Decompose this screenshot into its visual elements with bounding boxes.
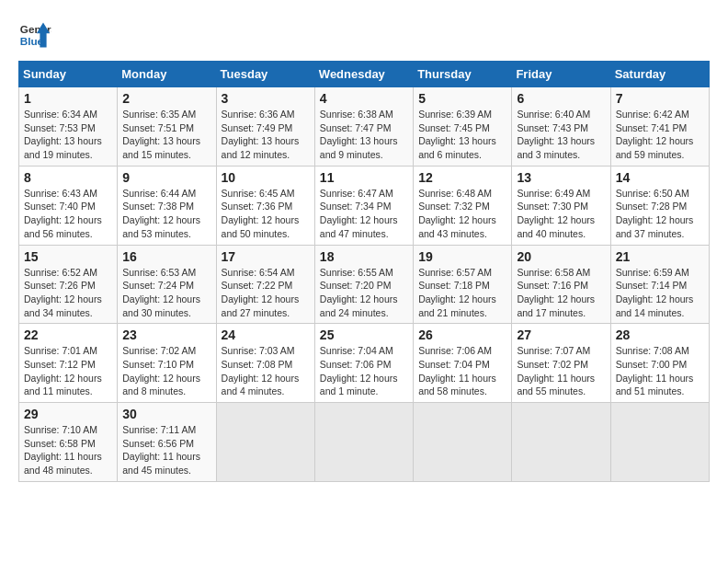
day-info: Sunrise: 7:02 AMSunset: 7:10 PMDaylight:… — [122, 345, 200, 396]
calendar-day: 1Sunrise: 6:34 AMSunset: 7:53 PMDaylight… — [19, 87, 118, 167]
day-number: 24 — [222, 327, 310, 342]
logo-icon: General Blue — [18, 18, 51, 52]
calendar-day: 10Sunrise: 6:45 AMSunset: 7:36 PMDayligh… — [216, 166, 314, 245]
day-info: Sunrise: 6:36 AMSunset: 7:49 PMDaylight:… — [222, 109, 300, 160]
day-info: Sunrise: 6:47 AMSunset: 7:34 PMDaylight:… — [320, 188, 398, 239]
calendar-day: 26Sunrise: 7:06 AMSunset: 7:04 PMDayligh… — [414, 324, 512, 403]
weekday-header-sunday: Sunday — [19, 62, 118, 87]
day-number: 28 — [616, 327, 704, 342]
day-number: 17 — [222, 249, 310, 264]
weekday-header-wednesday: Wednesday — [314, 62, 413, 87]
day-info: Sunrise: 6:58 AMSunset: 7:16 PMDaylight:… — [517, 267, 595, 318]
day-number: 7 — [616, 91, 704, 106]
calendar-day: 11Sunrise: 6:47 AMSunset: 7:34 PMDayligh… — [314, 166, 413, 245]
calendar-day: 2Sunrise: 6:35 AMSunset: 7:51 PMDaylight… — [118, 87, 216, 167]
day-number: 6 — [517, 91, 605, 106]
calendar-day — [512, 403, 610, 482]
day-info: Sunrise: 7:06 AMSunset: 7:04 PMDaylight:… — [418, 345, 496, 396]
calendar-day: 14Sunrise: 6:50 AMSunset: 7:28 PMDayligh… — [610, 166, 709, 245]
day-number: 4 — [320, 91, 408, 106]
day-number: 3 — [222, 91, 310, 106]
calendar-week-3: 15Sunrise: 6:52 AMSunset: 7:26 PMDayligh… — [19, 245, 710, 324]
calendar-day: 12Sunrise: 6:48 AMSunset: 7:32 PMDayligh… — [414, 166, 512, 245]
calendar-day: 17Sunrise: 6:54 AMSunset: 7:22 PMDayligh… — [216, 245, 314, 324]
calendar-day: 30Sunrise: 7:11 AMSunset: 6:56 PMDayligh… — [118, 403, 216, 482]
day-number: 19 — [418, 249, 506, 264]
day-info: Sunrise: 6:38 AMSunset: 7:47 PMDaylight:… — [320, 109, 398, 160]
weekday-header-saturday: Saturday — [610, 62, 709, 87]
day-number: 8 — [24, 170, 112, 185]
calendar-day — [414, 403, 512, 482]
weekday-header-monday: Monday — [118, 62, 216, 87]
day-info: Sunrise: 6:45 AMSunset: 7:36 PMDaylight:… — [222, 188, 300, 239]
calendar-day: 22Sunrise: 7:01 AMSunset: 7:12 PMDayligh… — [19, 324, 118, 403]
day-number: 22 — [24, 327, 112, 342]
day-info: Sunrise: 6:49 AMSunset: 7:30 PMDaylight:… — [517, 188, 595, 239]
calendar-body: 1Sunrise: 6:34 AMSunset: 7:53 PMDaylight… — [19, 87, 710, 482]
calendar-day: 21Sunrise: 6:59 AMSunset: 7:14 PMDayligh… — [610, 245, 709, 324]
day-number: 1 — [24, 91, 112, 106]
day-info: Sunrise: 7:04 AMSunset: 7:06 PMDaylight:… — [320, 345, 398, 396]
calendar-table: SundayMondayTuesdayWednesdayThursdayFrid… — [18, 61, 710, 482]
calendar-week-2: 8Sunrise: 6:43 AMSunset: 7:40 PMDaylight… — [19, 166, 710, 245]
calendar-week-5: 29Sunrise: 7:10 AMSunset: 6:58 PMDayligh… — [19, 403, 710, 482]
day-info: Sunrise: 7:03 AMSunset: 7:08 PMDaylight:… — [222, 345, 300, 396]
calendar-day: 7Sunrise: 6:42 AMSunset: 7:41 PMDaylight… — [610, 87, 709, 167]
day-info: Sunrise: 6:34 AMSunset: 7:53 PMDaylight:… — [24, 109, 102, 160]
calendar-day: 4Sunrise: 6:38 AMSunset: 7:47 PMDaylight… — [314, 87, 413, 167]
day-info: Sunrise: 7:10 AMSunset: 6:58 PMDaylight:… — [24, 424, 102, 476]
day-number: 12 — [418, 170, 506, 185]
weekday-header-tuesday: Tuesday — [216, 62, 314, 87]
calendar-week-1: 1Sunrise: 6:34 AMSunset: 7:53 PMDaylight… — [19, 87, 710, 167]
day-number: 15 — [24, 249, 112, 264]
page-header: General Blue — [18, 18, 710, 52]
day-info: Sunrise: 7:11 AMSunset: 6:56 PMDaylight:… — [122, 424, 200, 476]
day-number: 2 — [122, 91, 210, 106]
day-info: Sunrise: 6:48 AMSunset: 7:32 PMDaylight:… — [418, 188, 496, 239]
day-info: Sunrise: 6:55 AMSunset: 7:20 PMDaylight:… — [320, 267, 398, 318]
weekday-header-row: SundayMondayTuesdayWednesdayThursdayFrid… — [19, 62, 710, 87]
calendar-day: 15Sunrise: 6:52 AMSunset: 7:26 PMDayligh… — [19, 245, 118, 324]
calendar-day: 16Sunrise: 6:53 AMSunset: 7:24 PMDayligh… — [118, 245, 216, 324]
day-number: 13 — [517, 170, 605, 185]
weekday-header-friday: Friday — [512, 62, 610, 87]
calendar-day: 5Sunrise: 6:39 AMSunset: 7:45 PMDaylight… — [414, 87, 512, 167]
day-info: Sunrise: 6:52 AMSunset: 7:26 PMDaylight:… — [24, 267, 102, 318]
day-info: Sunrise: 6:43 AMSunset: 7:40 PMDaylight:… — [24, 188, 102, 239]
day-info: Sunrise: 6:54 AMSunset: 7:22 PMDaylight:… — [222, 267, 300, 318]
day-info: Sunrise: 6:39 AMSunset: 7:45 PMDaylight:… — [418, 109, 496, 160]
calendar-day: 9Sunrise: 6:44 AMSunset: 7:38 PMDaylight… — [118, 166, 216, 245]
calendar-header: SundayMondayTuesdayWednesdayThursdayFrid… — [19, 62, 710, 87]
day-number: 11 — [320, 170, 408, 185]
day-info: Sunrise: 6:57 AMSunset: 7:18 PMDaylight:… — [418, 267, 496, 318]
day-number: 16 — [122, 249, 210, 264]
calendar-day — [610, 403, 709, 482]
day-number: 26 — [418, 327, 506, 342]
calendar-day: 8Sunrise: 6:43 AMSunset: 7:40 PMDaylight… — [19, 166, 118, 245]
day-number: 27 — [517, 327, 605, 342]
day-number: 10 — [222, 170, 310, 185]
day-info: Sunrise: 6:53 AMSunset: 7:24 PMDaylight:… — [122, 267, 200, 318]
day-info: Sunrise: 6:35 AMSunset: 7:51 PMDaylight:… — [122, 109, 200, 160]
day-info: Sunrise: 6:40 AMSunset: 7:43 PMDaylight:… — [517, 109, 595, 160]
day-number: 14 — [616, 170, 704, 185]
calendar-day: 25Sunrise: 7:04 AMSunset: 7:06 PMDayligh… — [314, 324, 413, 403]
calendar-day: 20Sunrise: 6:58 AMSunset: 7:16 PMDayligh… — [512, 245, 610, 324]
day-info: Sunrise: 6:50 AMSunset: 7:28 PMDaylight:… — [616, 188, 694, 239]
day-number: 21 — [616, 249, 704, 264]
day-info: Sunrise: 7:01 AMSunset: 7:12 PMDaylight:… — [24, 345, 102, 396]
calendar-day: 29Sunrise: 7:10 AMSunset: 6:58 PMDayligh… — [19, 403, 118, 482]
weekday-header-thursday: Thursday — [414, 62, 512, 87]
calendar-day: 13Sunrise: 6:49 AMSunset: 7:30 PMDayligh… — [512, 166, 610, 245]
calendar-day: 19Sunrise: 6:57 AMSunset: 7:18 PMDayligh… — [414, 245, 512, 324]
day-number: 9 — [122, 170, 210, 185]
calendar-day — [216, 403, 314, 482]
calendar-day: 23Sunrise: 7:02 AMSunset: 7:10 PMDayligh… — [118, 324, 216, 403]
calendar-day: 6Sunrise: 6:40 AMSunset: 7:43 PMDaylight… — [512, 87, 610, 167]
logo: General Blue — [18, 18, 51, 52]
calendar-day: 28Sunrise: 7:08 AMSunset: 7:00 PMDayligh… — [610, 324, 709, 403]
day-number: 5 — [418, 91, 506, 106]
day-number: 25 — [320, 327, 408, 342]
day-number: 18 — [320, 249, 408, 264]
calendar-day — [314, 403, 413, 482]
